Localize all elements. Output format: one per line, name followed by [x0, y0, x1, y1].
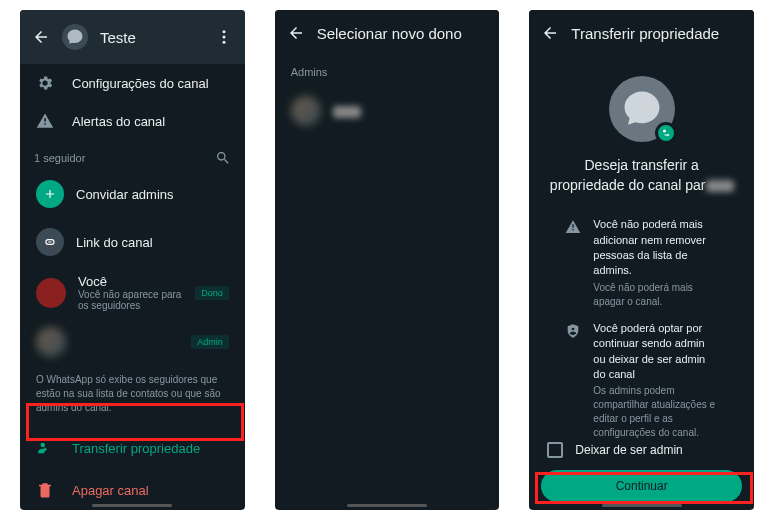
back-arrow-icon[interactable] [287, 24, 305, 42]
channel-link-row[interactable]: Link do canal [20, 218, 245, 266]
leave-admin-checkbox-row[interactable]: Deixar de ser admin [541, 432, 742, 468]
plus-icon [36, 180, 64, 208]
channel-config-label: Configurações do canal [72, 76, 209, 91]
checkbox-icon[interactable] [547, 442, 563, 458]
channel-settings-screen: Teste Configurações do canal Alertas do … [20, 10, 245, 510]
header: Transferir propriedade [529, 10, 754, 56]
alert-icon [36, 112, 54, 130]
invite-admins-label: Convidar admins [76, 187, 174, 202]
transfer-confirm-screen: Transferir propriedade Deseja transferir… [529, 10, 754, 510]
page-title: Transferir propriedade [571, 25, 742, 42]
speech-bubble-icon [621, 88, 663, 130]
gear-icon [36, 74, 54, 92]
avatar [36, 327, 66, 357]
shield-icon [565, 323, 581, 339]
search-icon[interactable] [215, 150, 231, 166]
avatar [291, 96, 321, 126]
confirm-panel: Deseja transferir a propriedade do canal… [529, 56, 754, 456]
info-main: Você não poderá mais adicionar nem remov… [593, 217, 718, 279]
person-arrow-icon [655, 122, 677, 144]
confirm-question: Deseja transferir a propriedade do canal… [547, 156, 736, 195]
admins-section-label: Admins [275, 56, 500, 88]
you-subtitle: Você não aparece para os seguidores [78, 289, 183, 311]
admin-row[interactable]: Admin [20, 319, 245, 365]
header: Selecionar novo dono [275, 10, 500, 56]
followers-section: 1 seguidor [20, 140, 245, 170]
svg-point-3 [41, 443, 46, 448]
nav-handle [92, 504, 172, 507]
invite-admins-row[interactable]: Convidar admins [20, 170, 245, 218]
continue-button[interactable]: Continuar [541, 470, 742, 502]
channel-alerts-label: Alertas do canal [72, 114, 165, 129]
channel-alerts-row[interactable]: Alertas do canal [20, 102, 245, 140]
target-avatar [609, 76, 675, 142]
more-icon[interactable] [215, 28, 233, 46]
you-row[interactable]: Você Você não aparece para os seguidores… [20, 266, 245, 319]
owner-badge: Dono [195, 286, 229, 300]
link-icon [36, 228, 64, 256]
channel-config-row[interactable]: Configurações do canal [20, 64, 245, 102]
svg-point-2 [222, 41, 225, 44]
svg-point-0 [222, 30, 225, 33]
info-cannot: Você não poderá mais adicionar nem remov… [547, 211, 736, 315]
blurred-name [706, 180, 734, 192]
back-arrow-icon[interactable] [32, 28, 50, 46]
speech-bubble-icon [66, 28, 84, 46]
admin-badge: Admin [191, 335, 229, 349]
trash-icon [36, 481, 54, 499]
select-owner-screen: Selecionar novo dono Admins [275, 10, 500, 510]
page-title: Teste [100, 29, 203, 46]
admin-candidate-row[interactable] [275, 88, 500, 134]
info-can: Você poderá optar por continuar sendo ad… [547, 315, 736, 447]
page-title: Selecionar novo dono [317, 25, 488, 42]
alert-icon [565, 219, 581, 235]
followers-note: O WhatsApp só exibe os seguidores que es… [20, 365, 245, 427]
nav-handle [602, 504, 682, 507]
header: Teste [20, 10, 245, 64]
info-main: Você poderá optar por continuar sendo ad… [593, 321, 718, 383]
leave-admin-label: Deixar de ser admin [575, 443, 682, 457]
content: Configurações do canal Alertas do canal … [20, 64, 245, 510]
channel-link-label: Link do canal [76, 235, 153, 250]
transfer-ownership-row[interactable]: Transferir propriedade [20, 427, 245, 469]
svg-point-1 [222, 36, 225, 39]
nav-handle [347, 504, 427, 507]
delete-channel-label: Apagar canal [72, 483, 149, 498]
person-transfer-icon [36, 439, 54, 457]
blurred-name [333, 106, 361, 118]
svg-point-4 [663, 130, 666, 133]
followers-count: 1 seguidor [34, 152, 85, 164]
transfer-ownership-label: Transferir propriedade [72, 441, 200, 456]
you-name: Você [78, 274, 183, 289]
channel-avatar [62, 24, 88, 50]
avatar [36, 278, 66, 308]
bottom-actions: Deixar de ser admin Continuar [529, 432, 754, 502]
back-arrow-icon[interactable] [541, 24, 559, 42]
info-sub: Você não poderá mais apagar o canal. [593, 281, 718, 309]
